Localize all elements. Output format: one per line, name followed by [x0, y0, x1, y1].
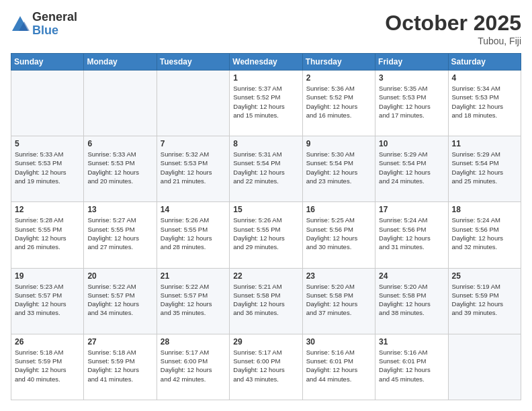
calendar-week-row: 19Sunrise: 5:23 AM Sunset: 5:57 PM Dayli… [11, 268, 521, 334]
day-info: Sunrise: 5:28 AM Sunset: 5:55 PM Dayligh… [15, 216, 80, 251]
calendar-table: SundayMondayTuesdayWednesdayThursdayFrid… [11, 53, 521, 400]
calendar-week-row: 26Sunrise: 5:18 AM Sunset: 5:59 PM Dayli… [11, 334, 521, 400]
calendar-cell: 3Sunrise: 5:35 AM Sunset: 5:53 PM Daylig… [375, 71, 448, 136]
weekday-header-row: SundayMondayTuesdayWednesdayThursdayFrid… [11, 54, 521, 71]
calendar-week-row: 1Sunrise: 5:37 AM Sunset: 5:52 PM Daylig… [11, 71, 521, 136]
day-info: Sunrise: 5:18 AM Sunset: 5:59 PM Dayligh… [15, 348, 80, 383]
logo-general: General [32, 11, 77, 24]
day-number: 12 [15, 205, 80, 214]
day-info: Sunrise: 5:20 AM Sunset: 5:58 PM Dayligh… [379, 282, 444, 318]
weekday-header: Thursday [302, 54, 375, 71]
day-info: Sunrise: 5:33 AM Sunset: 5:53 PM Dayligh… [15, 150, 80, 185]
day-info: Sunrise: 5:32 AM Sunset: 5:53 PM Dayligh… [161, 150, 226, 185]
calendar-cell: 27Sunrise: 5:18 AM Sunset: 5:59 PM Dayli… [84, 334, 157, 400]
calendar-cell [11, 71, 84, 136]
calendar-cell: 2Sunrise: 5:36 AM Sunset: 5:52 PM Daylig… [302, 71, 375, 136]
calendar-cell: 10Sunrise: 5:29 AM Sunset: 5:54 PM Dayli… [375, 136, 448, 202]
day-info: Sunrise: 5:36 AM Sunset: 5:52 PM Dayligh… [306, 84, 371, 120]
day-info: Sunrise: 5:37 AM Sunset: 5:52 PM Dayligh… [233, 84, 298, 120]
location: Tubou, Fiji [385, 36, 521, 46]
calendar-cell: 14Sunrise: 5:26 AM Sunset: 5:55 PM Dayli… [157, 202, 229, 268]
day-number: 8 [233, 139, 298, 148]
day-info: Sunrise: 5:31 AM Sunset: 5:54 PM Dayligh… [233, 150, 298, 185]
day-number: 16 [306, 205, 371, 214]
logo-text: General Blue [32, 11, 77, 38]
day-number: 29 [233, 337, 298, 347]
day-number: 24 [379, 271, 444, 281]
day-info: Sunrise: 5:17 AM Sunset: 6:00 PM Dayligh… [233, 348, 298, 383]
day-number: 22 [233, 271, 298, 281]
calendar-cell [157, 71, 229, 136]
calendar-cell: 9Sunrise: 5:30 AM Sunset: 5:54 PM Daylig… [302, 136, 375, 202]
calendar-cell: 12Sunrise: 5:28 AM Sunset: 5:55 PM Dayli… [11, 202, 84, 268]
day-info: Sunrise: 5:18 AM Sunset: 5:59 PM Dayligh… [87, 348, 152, 383]
day-info: Sunrise: 5:26 AM Sunset: 5:55 PM Dayligh… [161, 216, 226, 251]
day-number: 9 [306, 139, 371, 148]
calendar-cell: 17Sunrise: 5:24 AM Sunset: 5:56 PM Dayli… [375, 202, 448, 268]
day-number: 25 [452, 271, 517, 281]
weekday-header: Wednesday [230, 54, 302, 71]
page: General Blue October 2025 Tubou, Fiji Su… [0, 0, 532, 411]
day-number: 27 [87, 337, 152, 347]
day-number: 2 [306, 73, 371, 83]
calendar-cell: 4Sunrise: 5:34 AM Sunset: 5:53 PM Daylig… [448, 71, 521, 136]
calendar-cell: 6Sunrise: 5:33 AM Sunset: 5:53 PM Daylig… [84, 136, 157, 202]
day-number: 26 [15, 337, 80, 347]
day-info: Sunrise: 5:17 AM Sunset: 6:00 PM Dayligh… [161, 348, 226, 383]
month-title: October 2025 [385, 11, 521, 36]
logo: General Blue [11, 11, 77, 38]
calendar-cell: 11Sunrise: 5:29 AM Sunset: 5:54 PM Dayli… [448, 136, 521, 202]
day-number: 6 [87, 139, 152, 148]
day-info: Sunrise: 5:35 AM Sunset: 5:53 PM Dayligh… [379, 84, 444, 120]
day-number: 1 [233, 73, 298, 83]
day-info: Sunrise: 5:26 AM Sunset: 5:55 PM Dayligh… [233, 216, 298, 251]
calendar-cell: 19Sunrise: 5:23 AM Sunset: 5:57 PM Dayli… [11, 268, 84, 334]
calendar-week-row: 12Sunrise: 5:28 AM Sunset: 5:55 PM Dayli… [11, 202, 521, 268]
day-info: Sunrise: 5:23 AM Sunset: 5:57 PM Dayligh… [15, 282, 80, 318]
day-info: Sunrise: 5:16 AM Sunset: 6:01 PM Dayligh… [306, 348, 371, 383]
header: General Blue October 2025 Tubou, Fiji [11, 11, 521, 46]
calendar-cell: 28Sunrise: 5:17 AM Sunset: 6:00 PM Dayli… [157, 334, 229, 400]
day-number: 20 [87, 271, 152, 281]
day-number: 10 [379, 139, 444, 148]
weekday-header: Tuesday [157, 54, 229, 71]
calendar-cell: 31Sunrise: 5:16 AM Sunset: 6:01 PM Dayli… [375, 334, 448, 400]
day-info: Sunrise: 5:24 AM Sunset: 5:56 PM Dayligh… [379, 216, 444, 251]
calendar-cell: 18Sunrise: 5:24 AM Sunset: 5:56 PM Dayli… [448, 202, 521, 268]
day-info: Sunrise: 5:34 AM Sunset: 5:53 PM Dayligh… [452, 84, 517, 120]
calendar-cell: 5Sunrise: 5:33 AM Sunset: 5:53 PM Daylig… [11, 136, 84, 202]
day-number: 23 [306, 271, 371, 281]
day-info: Sunrise: 5:25 AM Sunset: 5:56 PM Dayligh… [306, 216, 371, 251]
day-info: Sunrise: 5:22 AM Sunset: 5:57 PM Dayligh… [161, 282, 226, 318]
day-number: 14 [161, 205, 226, 214]
day-info: Sunrise: 5:29 AM Sunset: 5:54 PM Dayligh… [452, 150, 517, 185]
day-info: Sunrise: 5:20 AM Sunset: 5:58 PM Dayligh… [306, 282, 371, 318]
day-number: 15 [233, 205, 298, 214]
day-number: 17 [379, 205, 444, 214]
day-number: 7 [161, 139, 226, 148]
calendar-cell: 24Sunrise: 5:20 AM Sunset: 5:58 PM Dayli… [375, 268, 448, 334]
logo-icon [11, 15, 30, 34]
calendar-cell [84, 71, 157, 136]
calendar-cell: 20Sunrise: 5:22 AM Sunset: 5:57 PM Dayli… [84, 268, 157, 334]
weekday-header: Sunday [11, 54, 84, 71]
day-info: Sunrise: 5:24 AM Sunset: 5:56 PM Dayligh… [452, 216, 517, 251]
day-number: 28 [161, 337, 226, 347]
calendar-cell: 15Sunrise: 5:26 AM Sunset: 5:55 PM Dayli… [230, 202, 302, 268]
day-info: Sunrise: 5:27 AM Sunset: 5:55 PM Dayligh… [87, 216, 152, 251]
day-number: 4 [452, 73, 517, 83]
day-number: 31 [379, 337, 444, 347]
day-number: 30 [306, 337, 371, 347]
weekday-header: Saturday [448, 54, 521, 71]
logo-blue: Blue [32, 24, 77, 38]
calendar-cell: 21Sunrise: 5:22 AM Sunset: 5:57 PM Dayli… [157, 268, 229, 334]
day-info: Sunrise: 5:21 AM Sunset: 5:58 PM Dayligh… [233, 282, 298, 318]
day-info: Sunrise: 5:30 AM Sunset: 5:54 PM Dayligh… [306, 150, 371, 185]
day-number: 19 [15, 271, 80, 281]
calendar-week-row: 5Sunrise: 5:33 AM Sunset: 5:53 PM Daylig… [11, 136, 521, 202]
day-number: 11 [452, 139, 517, 148]
calendar-cell: 25Sunrise: 5:19 AM Sunset: 5:59 PM Dayli… [448, 268, 521, 334]
day-number: 18 [452, 205, 517, 214]
day-number: 21 [161, 271, 226, 281]
day-info: Sunrise: 5:22 AM Sunset: 5:57 PM Dayligh… [87, 282, 152, 318]
